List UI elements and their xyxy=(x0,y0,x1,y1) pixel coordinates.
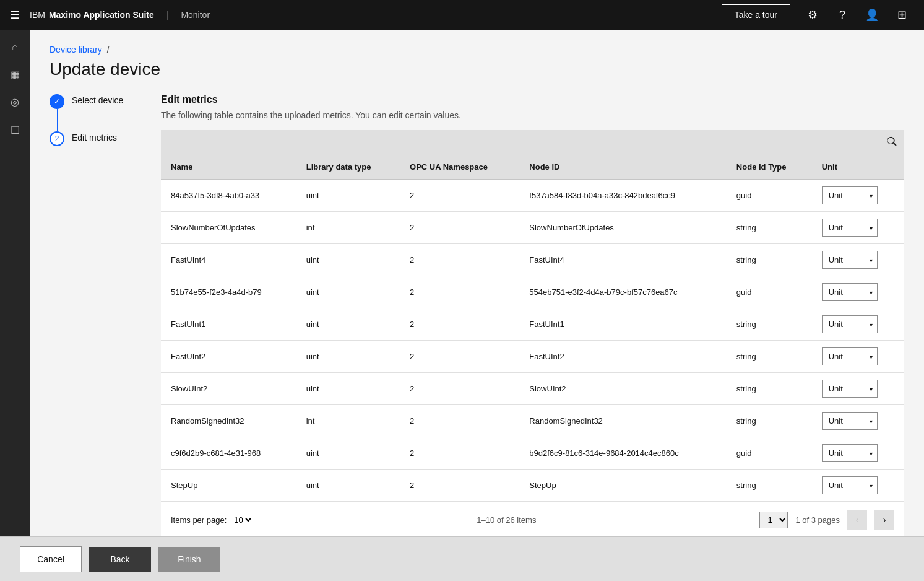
cell-node-id-type: string xyxy=(727,244,812,276)
hamburger-menu[interactable]: ☰ xyxy=(10,8,20,22)
unit-select-5[interactable]: Unit xyxy=(822,347,878,365)
items-per-page-select[interactable]: 10 20 30 50 xyxy=(231,515,253,525)
pagination-range: 1–10 of 26 items xyxy=(477,515,536,525)
cell-lib-data-type: uint xyxy=(296,308,400,341)
page-of-label: 1 of 3 pages xyxy=(795,515,840,525)
brand-ibm: IBM xyxy=(30,10,45,20)
cell-lib-data-type: uint xyxy=(296,373,400,405)
unit-select-7[interactable]: Unit xyxy=(822,412,878,430)
user-icon[interactable]: 👤 xyxy=(860,0,884,30)
cell-lib-data-type: int xyxy=(296,212,400,244)
cell-node-id-type: guid xyxy=(727,276,812,308)
page-number-select[interactable]: 1 2 3 xyxy=(759,512,788,528)
edit-metrics-title: Edit metrics xyxy=(161,94,904,105)
cell-unit: Unit ▾ xyxy=(812,341,904,373)
cell-unit: Unit ▾ xyxy=(812,405,904,437)
cell-unit: Unit ▾ xyxy=(812,470,904,502)
topnav: ☰ IBM Maximo Application Suite | Monitor… xyxy=(0,0,924,30)
cancel-button[interactable]: Cancel xyxy=(20,546,82,572)
step-2: 2 Edit metrics xyxy=(50,131,161,146)
cell-name: SlowUInt2 xyxy=(161,373,296,405)
sidebar-icon-home[interactable]: ⌂ xyxy=(2,35,27,59)
brand: IBM Maximo Application Suite xyxy=(30,10,154,20)
items-per-page: Items per page: 10 20 30 50 xyxy=(171,515,253,525)
cell-node-id: f537a584-f83d-b04a-a33c-842bdeaf6cc9 xyxy=(519,180,727,212)
unit-select-0[interactable]: Unit xyxy=(822,186,878,204)
cell-lib-data-type: uint xyxy=(296,437,400,470)
unit-select-2[interactable]: Unit xyxy=(822,251,878,269)
finish-button: Finish xyxy=(158,547,220,572)
cell-opc-namespace: 2 xyxy=(400,437,519,470)
prev-page-button[interactable]: ‹ xyxy=(847,510,867,530)
help-icon[interactable]: ? xyxy=(830,0,855,30)
unit-select-1[interactable]: Unit xyxy=(822,219,878,237)
sidebar-icon-dashboard[interactable]: ▦ xyxy=(2,62,27,87)
cell-name: 84a537f5-3df8-4ab0-a33 xyxy=(161,180,296,212)
cell-unit: Unit ▾ xyxy=(812,244,904,276)
cell-name: c9f6d2b9-c681-4e31-968 xyxy=(161,437,296,470)
table-row: SlowNumberOfUpdates int 2 SlowNumberOfUp… xyxy=(161,212,904,244)
cell-node-id-type: string xyxy=(727,308,812,341)
cell-opc-namespace: 2 xyxy=(400,276,519,308)
cell-node-id: SlowNumberOfUpdates xyxy=(519,212,727,244)
sidebar-icon-layers[interactable]: ◫ xyxy=(2,116,27,141)
unit-select-4[interactable]: Unit xyxy=(822,315,878,333)
step-1: ✓ Select device xyxy=(50,94,161,109)
cell-node-id-type: string xyxy=(727,373,812,405)
pagination-right: 1 2 3 1 of 3 pages ‹ › xyxy=(759,510,894,530)
cell-opc-namespace: 2 xyxy=(400,244,519,276)
cell-opc-namespace: 2 xyxy=(400,308,519,341)
search-button[interactable] xyxy=(887,136,897,149)
unit-select-8[interactable]: Unit xyxy=(822,444,878,462)
col-lib-data-type: Library data type xyxy=(296,155,400,180)
back-button[interactable]: Back xyxy=(89,547,151,572)
cell-opc-namespace: 2 xyxy=(400,180,519,212)
cell-name: SlowNumberOfUpdates xyxy=(161,212,296,244)
cell-lib-data-type: uint xyxy=(296,341,400,373)
cell-node-id: StepUp xyxy=(519,470,727,502)
cell-node-id: FastUInt2 xyxy=(519,341,727,373)
table-row: RandomSignedInt32 int 2 RandomSignedInt3… xyxy=(161,405,904,437)
cell-node-id: 554eb751-e3f2-4d4a-b79c-bf57c76ea67c xyxy=(519,276,727,308)
table-row: FastUInt1 uint 2 FastUInt1 string Unit ▾ xyxy=(161,308,904,341)
cell-unit: Unit ▾ xyxy=(812,276,904,308)
table-header-row: Name Library data type OPC UA Namespace … xyxy=(161,155,904,180)
cell-unit: Unit ▾ xyxy=(812,373,904,405)
nav-divider: | xyxy=(166,10,169,20)
step-connector xyxy=(57,109,58,131)
cell-lib-data-type: uint xyxy=(296,244,400,276)
grid-icon[interactable]: ⊞ xyxy=(889,0,914,30)
table-row: 51b74e55-f2e3-4a4d-b79 uint 2 554eb751-e… xyxy=(161,276,904,308)
cell-lib-data-type: uint xyxy=(296,180,400,212)
cell-unit: Unit ▾ xyxy=(812,437,904,470)
cell-node-id-type: string xyxy=(727,341,812,373)
table-row: FastUInt4 uint 2 FastUInt4 string Unit ▾ xyxy=(161,244,904,276)
cell-name: 51b74e55-f2e3-4a4d-b79 xyxy=(161,276,296,308)
unit-select-3[interactable]: Unit xyxy=(822,283,878,301)
items-per-page-label: Items per page: xyxy=(171,515,227,525)
cell-node-id-type: string xyxy=(727,470,812,502)
sidebar: ⌂ ▦ ◎ ◫ xyxy=(0,30,30,536)
col-name: Name xyxy=(161,155,296,180)
next-page-button[interactable]: › xyxy=(874,510,894,530)
cell-opc-namespace: 2 xyxy=(400,373,519,405)
col-node-id-type: Node Id Type xyxy=(727,155,812,180)
step-1-label: Select device xyxy=(72,94,123,105)
take-tour-button[interactable]: Take a tour xyxy=(722,4,790,25)
col-opc-namespace: OPC UA Namespace xyxy=(400,155,519,180)
breadcrumb-link[interactable]: Device library xyxy=(50,45,102,55)
cell-node-id: FastUInt1 xyxy=(519,308,727,341)
edit-metrics-section: Edit metrics The following table contain… xyxy=(161,94,904,536)
stepper: ✓ Select device 2 Edit metrics xyxy=(50,94,161,146)
table-toolbar xyxy=(161,130,904,155)
unit-select-6[interactable]: Unit xyxy=(822,380,878,398)
cell-lib-data-type: int xyxy=(296,405,400,437)
unit-select-9[interactable]: Unit xyxy=(822,476,878,494)
sidebar-icon-monitor[interactable]: ◎ xyxy=(2,89,27,114)
settings-icon[interactable]: ⚙ xyxy=(800,0,825,30)
table-row: FastUInt2 uint 2 FastUInt2 string Unit ▾ xyxy=(161,341,904,373)
cell-name: FastUInt4 xyxy=(161,244,296,276)
cell-node-id-type: string xyxy=(727,212,812,244)
cell-unit: Unit ▾ xyxy=(812,212,904,244)
edit-metrics-description: The following table contains the uploade… xyxy=(161,110,904,120)
